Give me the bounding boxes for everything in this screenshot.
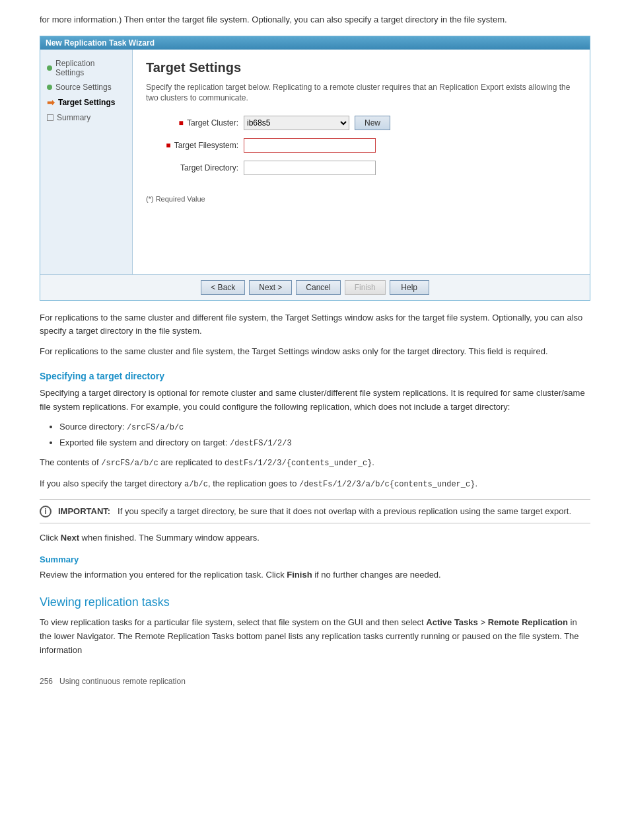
target-filesystem-input[interactable] xyxy=(244,138,376,153)
next-bold: Next xyxy=(61,533,79,543)
wizard-footer: < Back Next > Cancel Finish Help xyxy=(40,274,590,300)
wizard-description: Specify the replication target below. Re… xyxy=(146,82,577,104)
bullet-item-2: Exported file system and directory on ta… xyxy=(59,436,590,449)
viewing-section-heading: Viewing replication tasks xyxy=(40,595,590,609)
summary-subheading: Summary xyxy=(40,554,590,564)
required-note: (*) Required Value xyxy=(146,195,577,203)
important-text-content: IMPORTANT: If you specify a target direc… xyxy=(58,505,571,518)
important-box: i IMPORTANT: If you specify a target dir… xyxy=(40,499,590,524)
sidebar-arrow-target: ➡ xyxy=(47,97,55,108)
inline-para1: The contents of /srcFS/a/b/c are replica… xyxy=(40,456,590,470)
bullet-list: Source directory: /srcFS/a/b/c Exported … xyxy=(59,420,590,449)
required-star-fs: ■ xyxy=(166,141,170,150)
required-star-cluster: ■ xyxy=(179,118,184,128)
summary-para: Review the information you entered for t… xyxy=(40,568,590,582)
wizard-main-content: Target Settings Specify the replication … xyxy=(133,50,590,274)
page-footer: 256 Using continuous remote replication xyxy=(40,677,590,686)
active-tasks-bold: Active Tasks xyxy=(426,617,478,627)
wizard-body: Replication Settings Source Settings ➡ T… xyxy=(40,50,590,274)
bullet-code-1: /srcFS/a/b/c xyxy=(127,423,184,432)
finish-button: Finish xyxy=(345,280,386,295)
body-para1: For replications to the same cluster and… xyxy=(40,311,590,339)
wizard-dialog: New Replication Task Wizard Replication … xyxy=(40,36,590,301)
finish-bold: Finish xyxy=(287,570,312,580)
target-directory-input[interactable] xyxy=(244,161,376,175)
bullet-item-1: Source directory: /srcFS/a/b/c xyxy=(59,420,590,434)
new-button[interactable]: New xyxy=(355,116,390,130)
sidebar-item-source-settings[interactable]: Source Settings xyxy=(47,83,125,92)
section-specifying-heading: Specifying a target directory xyxy=(40,371,590,381)
wizard-titlebar: New Replication Task Wizard xyxy=(40,36,590,50)
body-para2: For replications to the same cluster and… xyxy=(40,345,590,359)
sidebar-label-source: Source Settings xyxy=(55,83,112,92)
target-cluster-select[interactable]: ib68s5 xyxy=(244,116,349,130)
sidebar-label-replication: Replication Settings xyxy=(55,59,125,77)
sidebar-label-target: Target Settings xyxy=(58,98,115,107)
inline-para2: If you also specify the target directory… xyxy=(40,477,590,491)
important-label: IMPORTANT: xyxy=(58,506,110,516)
section1-para1: Specifying a target directory is optiona… xyxy=(40,387,590,414)
sidebar-item-replication-settings[interactable]: Replication Settings xyxy=(47,59,125,77)
target-filesystem-row: ■ Target Filesystem: xyxy=(146,138,577,153)
inline-code-1: /srcFS/a/b/c xyxy=(101,459,158,468)
important-icon: i xyxy=(40,506,52,517)
intro-paragraph: for more information.) Then enter the ta… xyxy=(40,13,590,26)
sidebar-item-target-settings[interactable]: ➡ Target Settings xyxy=(47,97,125,108)
inline-code-2: destFs/1/2/3/{contents_under_c} xyxy=(225,459,372,468)
page-label: Using continuous remote replication xyxy=(59,677,186,686)
target-filesystem-label: ■ Target Filesystem: xyxy=(146,141,238,150)
back-button[interactable]: < Back xyxy=(201,280,245,295)
page-number: 256 xyxy=(40,677,53,686)
click-next-para: Click Next when finished. The Summary wi… xyxy=(40,531,590,545)
sidebar-item-summary[interactable]: Summary xyxy=(47,113,125,122)
important-body: If you specify a target directory, be su… xyxy=(118,506,571,516)
help-button[interactable]: Help xyxy=(390,280,429,295)
cancel-button[interactable]: Cancel xyxy=(296,280,340,295)
sidebar-dot-source xyxy=(47,85,52,90)
inline-code-3: a/b/c xyxy=(184,480,208,489)
wizard-main-title: Target Settings xyxy=(146,60,577,75)
sidebar-dot-replication xyxy=(47,65,52,71)
wizard-sidebar: Replication Settings Source Settings ➡ T… xyxy=(40,50,133,274)
bullet-code-2: /destFS/1/2/3 xyxy=(230,439,292,448)
target-cluster-row: ■ Target Cluster: ib68s5 New xyxy=(146,116,577,130)
sidebar-label-summary: Summary xyxy=(57,113,90,122)
target-directory-label: Target Directory: xyxy=(146,163,238,172)
target-cluster-label: ■ Target Cluster: xyxy=(146,118,238,128)
inline-code-4: /destFs/1/2/3/a/b/c{contents_under_c} xyxy=(299,480,475,489)
next-button[interactable]: Next > xyxy=(249,280,292,295)
sidebar-box-summary xyxy=(47,114,53,121)
viewing-para: To view replication tasks for a particul… xyxy=(40,616,590,657)
target-directory-row: Target Directory: xyxy=(146,161,577,175)
remote-replication-bold: Remote Replication xyxy=(488,617,568,627)
